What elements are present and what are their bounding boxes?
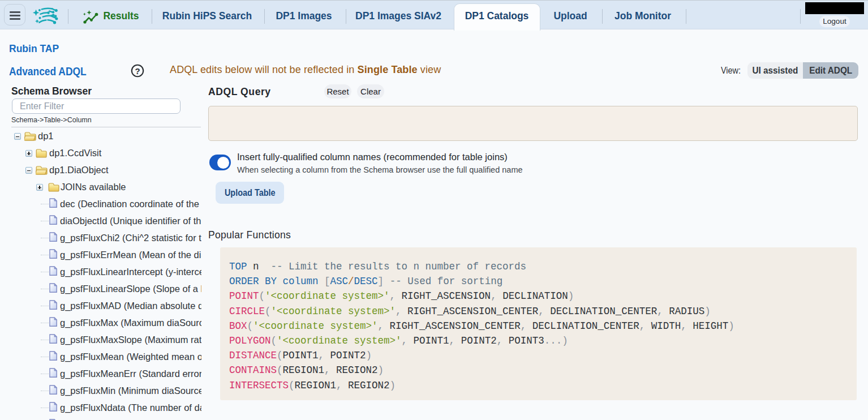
svg-text:?: ? bbox=[135, 66, 140, 76]
